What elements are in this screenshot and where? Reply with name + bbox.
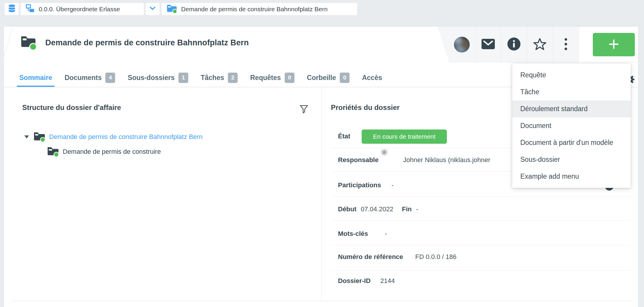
decorative-slant bbox=[2, 25, 13, 64]
tab-count-badge: 2 bbox=[228, 73, 238, 83]
row-divider bbox=[331, 245, 630, 245]
tab-sommaire[interactable]: Sommaire bbox=[19, 68, 52, 87]
fin-label: Fin bbox=[402, 205, 412, 213]
tab-label: Tâches bbox=[201, 74, 224, 82]
more-actions-button[interactable] bbox=[553, 27, 579, 62]
chevron-down-icon bbox=[149, 5, 156, 13]
breadcrumb-bar: 0.0.0. Übergeordnete Erlasse Demande de … bbox=[0, 0, 644, 27]
tab-label: Accès bbox=[362, 74, 382, 82]
reference-label: Numéro de référence bbox=[338, 253, 403, 261]
tab-count-badge: 0 bbox=[340, 73, 350, 83]
tab-label: Sous-dossiers bbox=[128, 74, 175, 82]
tree-node-label: Demande de permis de construire bbox=[63, 148, 161, 156]
tab-label: Corbeille bbox=[307, 74, 336, 82]
tab-requetes[interactable]: Requêtes 0 bbox=[250, 68, 294, 87]
mail-icon bbox=[481, 39, 495, 50]
responsable-avatar bbox=[384, 152, 400, 168]
debut-label: Début bbox=[338, 205, 356, 213]
etat-label: État bbox=[338, 132, 350, 140]
tab-sous-dossiers[interactable]: Sous-dossiers 1 bbox=[128, 68, 188, 87]
menu-item-document[interactable]: Document bbox=[512, 117, 631, 134]
properties-panel-title: Proriétés du dossier bbox=[331, 103, 400, 112]
dossier-folder-icon bbox=[20, 34, 37, 50]
row-divider bbox=[331, 220, 630, 221]
database-icon bbox=[7, 4, 16, 15]
breadcrumb-entity-button[interactable]: Demande de permis de construire Bahnnofp… bbox=[162, 3, 357, 15]
breadcrumb-context-label: 0.0.0. Übergeordnete Erlasse bbox=[39, 6, 120, 13]
fin-value: - bbox=[416, 205, 418, 213]
responsable-value: Johner Niklaus (niklaus.johner bbox=[403, 156, 490, 164]
tab-label: Documents bbox=[65, 74, 102, 82]
menu-item-deroulement-standard[interactable]: Déroulement standard bbox=[512, 100, 631, 117]
add-menu: Requête Tâche Déroulement standard Docum… bbox=[512, 64, 631, 188]
mots-cles-label: Mots-clés bbox=[338, 230, 368, 238]
tab-documents[interactable]: Documents 4 bbox=[65, 68, 115, 87]
database-button[interactable] bbox=[5, 3, 19, 15]
dossier-id-value: 2144 bbox=[380, 277, 395, 285]
breadcrumb-entity-label: Demande de permis de construire Bahnnofp… bbox=[181, 6, 328, 13]
structure-panel-title: Structure du dossier d'affaire bbox=[22, 103, 121, 112]
filter-icon bbox=[300, 105, 308, 115]
tab-count-badge: 0 bbox=[285, 73, 294, 83]
kebab-menu-icon bbox=[564, 38, 568, 52]
tab-label: Sommaire bbox=[19, 74, 52, 82]
tree-row-root: Demande de permis de construire Bahnnofp… bbox=[24, 130, 203, 143]
content-bottom-divider bbox=[11, 301, 631, 301]
mail-button[interactable] bbox=[475, 27, 501, 62]
breadcrumb-expand-button[interactable] bbox=[146, 3, 160, 15]
participations-label: Participations bbox=[338, 181, 381, 189]
sitemap-icon bbox=[25, 4, 35, 14]
info-icon bbox=[507, 37, 521, 52]
responsable-label: Responsable bbox=[338, 156, 379, 164]
filter-button[interactable] bbox=[297, 103, 310, 116]
menu-item-requete[interactable]: Requête bbox=[512, 67, 631, 84]
row-divider bbox=[331, 196, 630, 197]
add-button-cell bbox=[579, 27, 638, 62]
mots-cles-value: - bbox=[385, 230, 387, 238]
menu-item-tache[interactable]: Tâche bbox=[512, 84, 631, 100]
tab-corbeille[interactable]: Corbeille 0 bbox=[307, 68, 350, 87]
user-avatar bbox=[454, 37, 470, 52]
tab-taches[interactable]: Tâches 2 bbox=[201, 68, 238, 87]
breadcrumb-context-button[interactable]: 0.0.0. Übergeordnete Erlasse bbox=[21, 3, 144, 15]
header-toolbar bbox=[434, 27, 638, 63]
plus-icon bbox=[608, 39, 619, 51]
tree-node-link[interactable]: Demande de permis de construire Bahnnofp… bbox=[49, 133, 203, 141]
tree-row-child: Demande de permis de construire bbox=[47, 145, 161, 158]
folder-open-icon bbox=[47, 145, 59, 158]
tab-count-badge: 1 bbox=[178, 73, 188, 83]
row-divider bbox=[331, 270, 630, 271]
debut-value: 07.04.2022 bbox=[361, 205, 393, 213]
participations-value: - bbox=[392, 181, 394, 189]
tree-expander-icon[interactable] bbox=[24, 135, 29, 138]
panel-divider bbox=[321, 87, 322, 301]
dossier-id-label: Dossier-ID bbox=[338, 277, 371, 285]
tab-acces[interactable]: Accès bbox=[362, 68, 382, 87]
reference-value: FD 0.0.0 / 186 bbox=[415, 253, 456, 261]
folder-dossier-icon bbox=[166, 3, 177, 15]
menu-item-document-modele[interactable]: Document à partir d'un modèle bbox=[512, 134, 631, 151]
page-title: Demande de permis de construire Bahnnofp… bbox=[45, 38, 249, 47]
tab-count-badge: 4 bbox=[105, 73, 115, 83]
add-button[interactable] bbox=[593, 33, 635, 56]
menu-item-sous-dossier[interactable]: Sous-dossier bbox=[512, 151, 631, 168]
menu-item-example-add-menu[interactable]: Example add menu bbox=[512, 168, 631, 185]
star-icon bbox=[533, 38, 547, 52]
tab-bar: Sommaire Documents 4 Sous-dossiers 1 Tâc… bbox=[4, 68, 434, 87]
favorite-button[interactable] bbox=[527, 27, 553, 62]
user-avatar-button[interactable] bbox=[449, 27, 475, 62]
info-button[interactable] bbox=[501, 27, 527, 62]
tab-label: Requêtes bbox=[250, 74, 281, 82]
status-badge: En cours de traitement bbox=[362, 129, 447, 144]
folder-icon bbox=[33, 130, 46, 143]
